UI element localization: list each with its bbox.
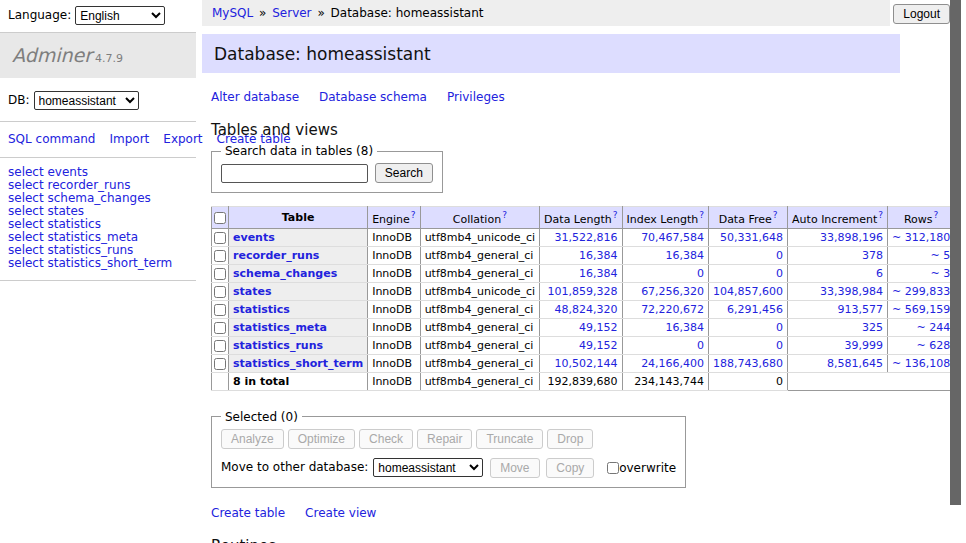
data-length-link[interactable]: 31,522,816 [555,231,618,244]
auto-increment-link[interactable]: 33,898,196 [820,231,883,244]
breadcrumb-mysql-link[interactable]: MySQL [212,6,253,20]
total-label: 8 in total [229,372,368,390]
index-length-link[interactable]: 67,256,320 [641,285,704,298]
data-length-link[interactable]: 10,502,144 [555,357,618,370]
data-free-link[interactable]: 0 [776,321,783,334]
row-checkbox-statistics[interactable] [214,304,226,316]
language-select[interactable]: English [75,6,165,25]
data-length-link[interactable]: 16,384 [579,249,618,262]
rows-link[interactable]: ~ 299,833 [892,285,950,298]
data-free-cell: 50,331,648 [709,228,788,246]
row-checkbox-statistics_short_term[interactable] [214,358,226,370]
index-length-link[interactable]: 16,384 [666,321,705,334]
auto-increment-link[interactable]: 913,577 [838,303,884,316]
data-free-link[interactable]: 6,291,456 [727,303,783,316]
auto-increment-link[interactable]: 325 [862,321,883,334]
rows-link[interactable]: ~ 569,159 [892,303,950,316]
row-checkbox-events[interactable] [214,232,226,244]
link-create-view[interactable]: Create view [305,506,376,520]
copy-button[interactable]: Copy [546,458,594,478]
move-button[interactable]: Move [490,458,539,478]
rows-link[interactable]: ~ 5 [930,249,950,262]
rows-link[interactable]: ~ 136,108 [892,357,950,370]
db-action-links: Alter databaseDatabase schemaPrivileges [211,90,966,104]
link-create-table[interactable]: Create table [211,506,285,520]
data-length-link[interactable]: 49,152 [579,339,618,352]
auto-increment-link[interactable]: 39,999 [845,339,884,352]
table-link-events[interactable]: events [233,231,275,244]
rows-link[interactable]: ~ 312,180 [892,231,950,244]
table-link-states[interactable]: states [233,285,272,298]
repair-button[interactable]: Repair [417,429,472,449]
optimize-button[interactable]: Optimize [288,429,355,449]
select-all-checkbox[interactable] [214,212,226,224]
row-checkbox-statistics_runs[interactable] [214,340,226,352]
column-help-link[interactable]: ? [613,210,618,220]
index-length-link[interactable]: 0 [697,267,704,280]
data-free-link[interactable]: 0 [776,267,783,280]
move-database-select[interactable]: homeassistant [373,458,483,477]
column-help-link[interactable]: ? [934,210,939,220]
auto-increment-link[interactable]: 378 [862,249,883,262]
row-checkbox-schema_changes[interactable] [214,268,226,280]
rows-link[interactable]: ~ 628 [916,339,950,352]
data-length-link[interactable]: 49,152 [579,321,618,334]
scrollbar-thumb[interactable] [950,0,961,505]
data-length-cell: 49,152 [540,336,622,354]
auto-increment-link[interactable]: 6 [876,267,883,280]
overwrite-checkbox[interactable] [607,462,619,474]
row-checkbox-states[interactable] [214,286,226,298]
search-input[interactable] [221,164,368,183]
data-free-link[interactable]: 104,857,600 [713,285,783,298]
index-length-link[interactable]: 70,467,584 [641,231,704,244]
data-length-link[interactable]: 16,384 [579,267,618,280]
data-free-link[interactable]: 188,743,680 [713,357,783,370]
scrollbar[interactable] [950,0,966,543]
column-help: ? [933,209,939,220]
auto-increment-link[interactable]: 33,398,984 [820,285,883,298]
table-link-statistics_runs[interactable]: statistics_runs [233,339,323,352]
sidebar-table-links: select eventsselect recorder_runsselect … [0,158,196,280]
table-link-statistics_short_term[interactable]: statistics_short_term [233,357,363,370]
index-length-link[interactable]: 24,166,400 [641,357,704,370]
table-link-statistics_meta[interactable]: statistics_meta [233,321,327,334]
index-length-link[interactable]: 72,220,672 [641,303,704,316]
data-free-link[interactable]: 0 [776,249,783,262]
link-select-statistics-short-term[interactable]: select statistics_short_term [8,257,188,270]
column-help-link[interactable]: ? [411,210,416,220]
column-help-link[interactable]: ? [502,210,507,220]
link-alter-database[interactable]: Alter database [211,90,299,104]
drop-button[interactable]: Drop [547,429,593,449]
rows-cell: ~ 244 [888,318,955,336]
analyze-button[interactable]: Analyze [221,429,284,449]
language-row: Language:English [0,0,196,33]
data-length-link[interactable]: 48,824,320 [555,303,618,316]
rows-link[interactable]: ~ 3 [930,267,950,280]
column-help-link[interactable]: ? [773,210,778,220]
link-database-schema[interactable]: Database schema [319,90,427,104]
auto-increment-link[interactable]: 8,581,645 [827,357,883,370]
breadcrumb-server-link[interactable]: Server [272,6,311,20]
db-select[interactable]: homeassistant [34,91,139,110]
index-length-link[interactable]: 16,384 [666,249,705,262]
column-help-link[interactable]: ? [878,210,883,220]
column-help-link[interactable]: ? [699,210,704,220]
data-free-link[interactable]: 0 [776,339,783,352]
data-length-link[interactable]: 101,859,328 [548,285,618,298]
table-link-schema_changes[interactable]: schema_changes [233,267,337,280]
search-button[interactable]: Search [375,163,433,183]
table-link-statistics[interactable]: statistics [233,303,290,316]
link-sql-command[interactable]: SQL command [8,132,95,146]
data-free-link[interactable]: 50,331,648 [720,231,783,244]
link-import[interactable]: Import [109,132,149,146]
index-length-link[interactable]: 0 [697,339,704,352]
row-checkbox-statistics_meta[interactable] [214,322,226,334]
link-export[interactable]: Export [163,132,202,146]
rows-link[interactable]: ~ 244 [916,321,950,334]
table-link-recorder_runs[interactable]: recorder_runs [233,249,319,262]
link-privileges[interactable]: Privileges [447,90,505,104]
data-free-cell: 6,291,456 [709,300,788,318]
check-button[interactable]: Check [359,429,413,449]
row-checkbox-recorder_runs[interactable] [214,250,226,262]
truncate-button[interactable]: Truncate [476,429,543,449]
